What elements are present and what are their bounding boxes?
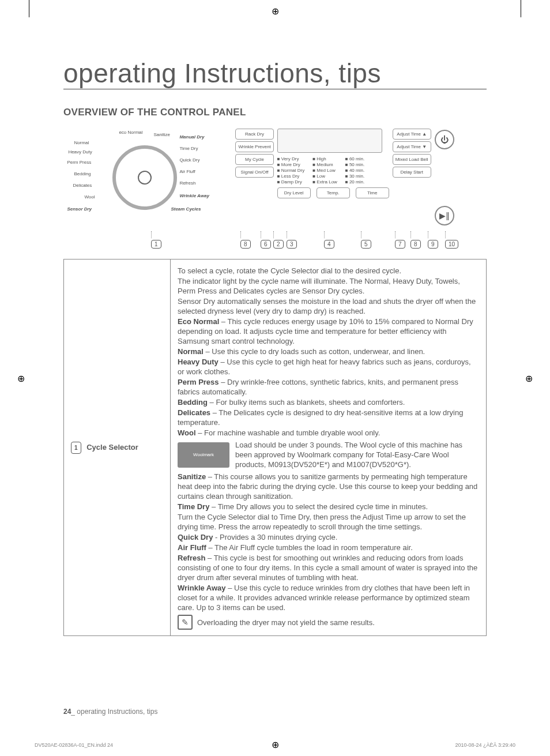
digital-display — [277, 129, 382, 153]
imposition-info: DV520AE-02836A-01_EN.indd 24 2010-08-24 … — [35, 742, 515, 748]
callout-2: 2 — [273, 231, 284, 249]
cycle-bedding: Bedding – For bulky items such as blanke… — [178, 397, 479, 407]
callout-10: 10 — [445, 231, 458, 249]
page-title: operating Instructions, tips — [63, 58, 487, 89]
signal-onoff-button: Signal On/Off — [235, 167, 273, 178]
row-badge: 1 — [71, 442, 81, 454]
row-description-cell: To select a cycle, rotate the Cycle Sele… — [171, 259, 487, 636]
note-icon: ✎ — [178, 615, 193, 630]
right-buttons-column: Adjust Time ▲ Adjust Time ▼ Mixed Load B… — [393, 129, 431, 227]
display-section: ■ Very Dry ■ More Dry ■ Normal Dry ■ Les… — [277, 129, 389, 227]
callout-8: 8 — [410, 231, 421, 249]
cycle-heavy-duty: Heavy Duty – Use this cycle to get high … — [178, 357, 479, 377]
row-label: Cycle Selector — [86, 443, 138, 452]
delay-start-button: Delay Start — [393, 167, 431, 178]
time-list: ■ 60 min. ■ 50 min. ■ 40 min. ■ 30 min. … — [345, 156, 364, 185]
callout-8: 8 — [240, 231, 251, 249]
cycle-time-dry: Time Dry – Time Dry allows you to select… — [178, 502, 479, 511]
woolmark-badge: Woolmark — [178, 442, 229, 468]
power-start-column: ⏻ ▶‖ — [435, 129, 454, 227]
callout-1: 1 — [151, 231, 161, 249]
registration-mark-right: ⊕ — [525, 373, 533, 383]
note-text: Overloading the dryer may not yield the … — [197, 618, 375, 627]
description-table: 1 Cycle Selector To select a cycle, rota… — [63, 259, 487, 636]
woolmark-text: Load should be under 3 pounds. The Wool … — [235, 440, 479, 469]
control-panel-diagram: Normal Heavy Duty Perm Press Bedding Del… — [63, 129, 487, 227]
callout-4: 4 — [324, 231, 334, 249]
callout-row: 186234578910 — [63, 231, 487, 254]
adjust-time-down-button: Adjust Time ▼ — [393, 141, 431, 152]
cycle-perm-press: Perm Press – Dry wrinkle-free cottons, s… — [178, 377, 479, 397]
option-buttons-column: Rack Dry Wrinkle Prevent My Cycle Signal… — [235, 129, 273, 227]
my-cycle-button: My Cycle — [235, 154, 273, 165]
adjust-time-up-button: Adjust Time ▲ — [393, 129, 431, 140]
temp-list: ■ High ■ Medium ■ Med Low ■ Low ■ Extra … — [312, 156, 337, 185]
cycle-delicates: Delicates – The Delicates cycle is desig… — [178, 408, 479, 427]
rack-dry-button: Rack Dry — [235, 129, 273, 140]
row-label-cell: 1 Cycle Selector — [64, 259, 171, 636]
registration-mark-top: ⊕ — [272, 6, 279, 17]
cycle-air-fluff: Air Fluff – The Air Fluff cycle tumbles … — [178, 543, 479, 552]
section-subtitle: OVERVIEW OF THE CONTROL PANEL — [63, 107, 487, 118]
power-icon: ⏻ — [435, 130, 454, 149]
callout-7: 7 — [395, 231, 405, 249]
page-footer: 24_ operating Instructions, tips — [63, 708, 157, 716]
cycle-wool: Wool – For machine washable and tumble d… — [178, 428, 479, 438]
mixed-load-bell-button: Mixed Load Bell — [393, 154, 431, 165]
cycle-eco-normal: Eco Normal – This cycle reduces energy u… — [178, 317, 479, 346]
start-pause-icon: ▶‖ — [435, 206, 454, 225]
cycle-wrinkle-away: Wrinkle Away – Use this cycle to reduce … — [178, 583, 479, 612]
callout-6: 6 — [261, 231, 271, 249]
wrinkle-prevent-button: Wrinkle Prevent — [235, 141, 273, 152]
cycle-quick-dry: Quick Dry - Provides a 30 minutes drying… — [178, 532, 479, 542]
cycle-refresh: Refresh – This cycle is best for smoothi… — [178, 553, 479, 582]
callout-3: 3 — [287, 231, 297, 249]
callout-9: 9 — [428, 231, 438, 249]
cycle-selector-dial: Normal Heavy Duty Perm Press Bedding Del… — [96, 129, 194, 227]
cycle-normal: Normal – Use this cycle to dry loads suc… — [178, 347, 479, 356]
registration-mark-left: ⊕ — [17, 373, 25, 383]
dry-level-list: ■ Very Dry ■ More Dry ■ Normal Dry ■ Les… — [277, 156, 305, 185]
cycle-sanitize: Sanitize – This course allows you to san… — [178, 472, 479, 501]
callout-5: 5 — [361, 231, 371, 249]
